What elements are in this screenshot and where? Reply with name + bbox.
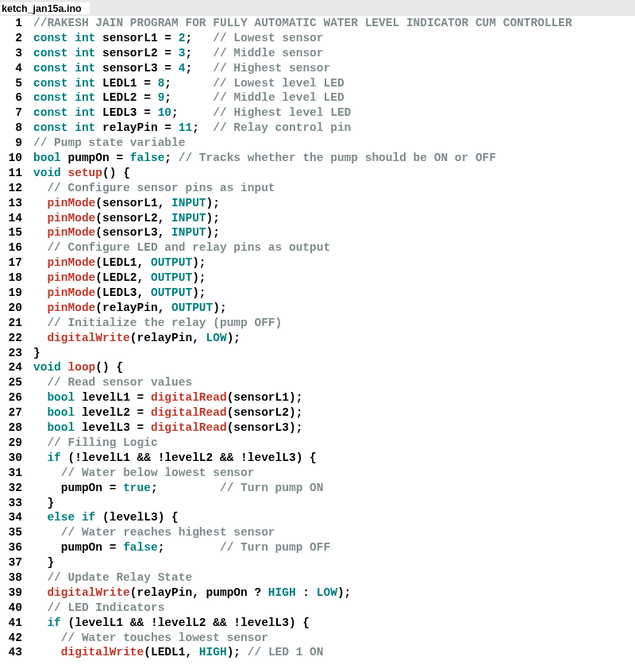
code-line[interactable]: // Configure LED and relay pins as outpu… [33,240,635,255]
line-number: 36 [0,540,22,555]
code-line[interactable]: // Pump state variable [33,136,635,151]
line-number: 1 [0,16,22,31]
code-line[interactable]: pinMode(LEDL2, OUTPUT); [33,271,635,286]
line-number: 32 [0,481,22,496]
line-number: 37 [0,555,22,570]
line-number: 12 [0,181,22,196]
file-tab[interactable]: ketch_jan15a.ino [0,2,90,14]
code-line[interactable]: // Update Relay State [33,570,635,586]
line-number: 15 [0,225,22,240]
line-number-gutter: 1234567891011121314151617181920212223242… [0,16,33,660]
code-line[interactable]: pinMode(relayPin, OUTPUT); [33,301,635,316]
code-line[interactable]: // Read sensor values [33,375,635,390]
code-area[interactable]: //RAKESH JAIN PROGRAM FOR FULLY AUTOMATI… [33,16,635,660]
code-line[interactable]: void setup() { [33,166,635,181]
code-line[interactable]: const int LEDL1 = 8; // Lowest level LED [33,76,635,91]
line-number: 40 [0,601,22,616]
line-number: 11 [0,166,22,181]
line-number: 14 [0,211,22,226]
line-number: 30 [0,451,22,466]
code-line[interactable]: if (levelL1 && !levelL2 && !levelL3) { [33,616,635,631]
line-number: 42 [0,631,22,646]
code-line[interactable]: // Filling Logic [33,436,635,451]
code-line[interactable]: bool levelL2 = digitalRead(sensorL2); [33,405,635,420]
code-line[interactable]: // Water reaches highest sensor [33,525,635,540]
code-editor[interactable]: 1234567891011121314151617181920212223242… [0,16,635,660]
code-line[interactable]: // Water below lowest sensor [33,466,635,481]
code-line[interactable]: pumpOn = true; // Turn pump ON [33,481,635,496]
line-number: 19 [0,286,22,301]
code-line[interactable]: digitalWrite(LEDL1, HIGH); // LED 1 ON [33,645,635,660]
code-line[interactable]: //RAKESH JAIN PROGRAM FOR FULLY AUTOMATI… [33,16,635,31]
line-number: 23 [0,346,22,361]
code-line[interactable]: bool pumpOn = false; // Tracks whether t… [33,151,635,166]
code-line[interactable]: // Initialize the relay (pump OFF) [33,316,635,331]
code-line[interactable]: // Water touches lowest sensor [33,631,635,646]
code-line[interactable]: digitalWrite(relayPin, LOW); [33,331,635,346]
line-number: 5 [0,76,22,91]
code-line[interactable]: const int relayPin = 11; // Relay contro… [33,121,635,136]
code-line[interactable]: const int LEDL3 = 10; // Highest level L… [33,106,635,121]
tab-bar: ketch_jan15a.ino [0,0,635,16]
code-line[interactable]: pinMode(LEDL3, OUTPUT); [33,286,635,301]
line-number: 34 [0,510,22,525]
code-line[interactable]: const int sensorL3 = 4; // Highest senso… [33,61,635,76]
code-line[interactable]: } [33,346,635,361]
code-line[interactable]: pinMode(sensorL2, INPUT); [33,211,635,226]
line-number: 39 [0,586,22,601]
line-number: 33 [0,496,22,511]
line-number: 8 [0,121,22,136]
code-line[interactable]: pinMode(sensorL3, INPUT); [33,225,635,240]
line-number: 18 [0,271,22,286]
line-number: 24 [0,360,22,375]
line-number: 21 [0,316,22,331]
line-number: 2 [0,31,22,46]
line-number: 9 [0,136,22,151]
code-line[interactable]: digitalWrite(relayPin, pumpOn ? HIGH : L… [33,586,635,601]
code-line[interactable]: // LED Indicators [33,601,635,616]
code-line[interactable]: else if (levelL3) { [33,510,635,525]
line-number: 25 [0,375,22,390]
code-line[interactable]: pumpOn = false; // Turn pump OFF [33,540,635,555]
line-number: 6 [0,90,22,106]
code-line[interactable]: if (!levelL1 && !levelL2 && !levelL3) { [33,451,635,466]
code-line[interactable]: const int sensorL1 = 2; // Lowest sensor [33,31,635,46]
code-line[interactable]: bool levelL1 = digitalRead(sensorL1); [33,390,635,405]
code-line[interactable]: const int LEDL2 = 9; // Middle level LED [33,90,635,106]
line-number: 20 [0,301,22,316]
line-number: 41 [0,616,22,631]
line-number: 22 [0,331,22,346]
code-line[interactable]: const int sensorL2 = 3; // Middle sensor [33,46,635,61]
line-number: 10 [0,151,22,166]
line-number: 16 [0,240,22,255]
line-number: 4 [0,61,22,76]
line-number: 28 [0,420,22,436]
line-number: 35 [0,525,22,540]
code-line[interactable]: // Configure sensor pins as input [33,181,635,196]
line-number: 13 [0,196,22,211]
line-number: 3 [0,46,22,61]
line-number: 31 [0,466,22,481]
code-line[interactable]: bool levelL3 = digitalRead(sensorL3); [33,420,635,436]
line-number: 26 [0,390,22,405]
code-line[interactable]: } [33,555,635,570]
line-number: 43 [0,645,22,660]
code-line[interactable]: pinMode(sensorL1, INPUT); [33,196,635,211]
code-line[interactable]: } [33,496,635,511]
code-line[interactable]: void loop() { [33,360,635,375]
line-number: 17 [0,255,22,271]
code-line[interactable]: pinMode(LEDL1, OUTPUT); [33,255,635,271]
line-number: 27 [0,405,22,420]
line-number: 7 [0,106,22,121]
line-number: 29 [0,436,22,451]
line-number: 38 [0,570,22,586]
